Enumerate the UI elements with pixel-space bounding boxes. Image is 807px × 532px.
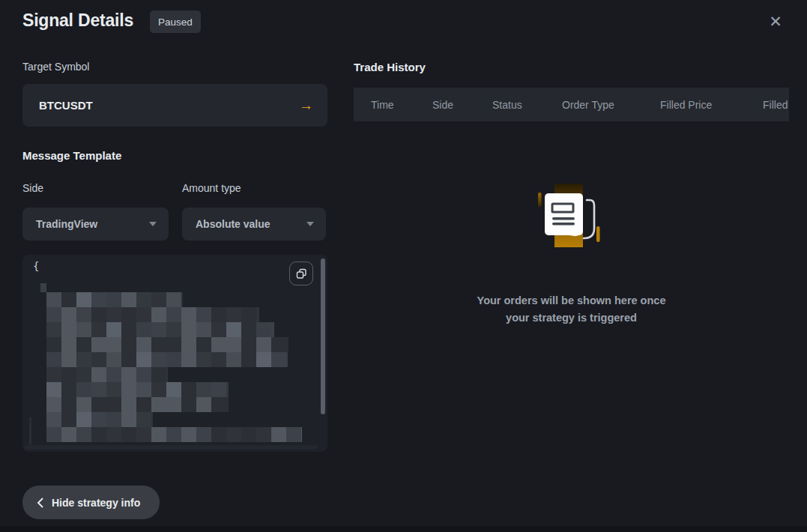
arrow-right-icon[interactable]: → xyxy=(299,97,313,114)
redacted-pixel xyxy=(271,352,286,367)
redacted-pixel xyxy=(106,427,121,442)
modal-bottom-edge xyxy=(0,526,807,532)
redacted-pixel xyxy=(61,292,76,307)
redacted-pixel xyxy=(61,397,76,412)
redacted-pixel xyxy=(151,412,153,427)
redacted-pixel xyxy=(256,427,271,442)
redacted-pixel xyxy=(226,382,229,397)
amber-dash-left xyxy=(538,193,542,207)
target-symbol-label: Target Symbol xyxy=(22,61,89,73)
redacted-code-lines xyxy=(46,292,302,442)
empty-orders-message-line1: Your orders will be shown here once xyxy=(354,292,789,309)
redacted-code-line xyxy=(46,427,302,442)
redacted-pixel xyxy=(196,337,211,352)
redacted-pixel xyxy=(121,367,136,382)
redacted-pixel xyxy=(76,427,91,442)
redacted-pixel xyxy=(121,307,136,322)
redacted-pixel xyxy=(121,352,136,367)
redacted-code-line xyxy=(46,307,259,322)
redacted-pixel xyxy=(166,427,181,442)
redacted-pixel xyxy=(121,382,136,397)
redacted-pixel xyxy=(61,412,76,427)
redacted-pixel xyxy=(136,367,151,382)
chevron-down-icon xyxy=(149,222,157,226)
redacted-pixel xyxy=(61,382,76,397)
redacted-pixel xyxy=(76,412,91,427)
redacted-pixel xyxy=(166,307,181,322)
redacted-code-line xyxy=(46,382,229,397)
copy-icon xyxy=(296,268,307,279)
status-badge: Paused xyxy=(150,10,201,33)
hide-strategy-info-button[interactable]: Hide strategy info xyxy=(22,486,160,519)
redacted-pixel xyxy=(121,427,136,442)
redacted-pixel xyxy=(76,397,91,412)
redacted-pixel xyxy=(121,397,136,412)
redacted-pixel xyxy=(181,307,196,322)
code-vertical-scrollbar[interactable] xyxy=(321,259,325,414)
redacted-pixel xyxy=(91,352,106,367)
chevron-left-icon xyxy=(37,498,43,508)
code-open-brace: { xyxy=(33,260,39,272)
redacted-pixel xyxy=(151,292,166,307)
redacted-pixel xyxy=(151,397,166,412)
message-template-code-block[interactable]: { xyxy=(22,255,327,452)
redacted-pixel xyxy=(136,322,151,337)
redacted-pixel xyxy=(166,397,181,412)
redacted-pixel xyxy=(46,307,61,322)
redacted-pixel xyxy=(181,397,196,412)
redacted-pixel xyxy=(301,427,302,442)
redacted-pixel xyxy=(226,322,241,337)
empty-orders-message: Your orders will be shown here once your… xyxy=(354,292,789,327)
document-text-line xyxy=(552,217,575,220)
target-symbol-field[interactable]: BTCUSDT → xyxy=(22,84,327,127)
redacted-pixel xyxy=(286,427,301,442)
redacted-pixel xyxy=(151,427,166,442)
redacted-pixel xyxy=(271,337,286,352)
redacted-pixel xyxy=(211,307,226,322)
redacted-pixel xyxy=(211,337,226,352)
redacted-pixel xyxy=(76,307,91,322)
redacted-pixel xyxy=(106,307,121,322)
close-button[interactable]: ✕ xyxy=(763,9,788,34)
side-dropdown-value: TradingView xyxy=(36,218,97,230)
redacted-code-line xyxy=(46,352,288,367)
redacted-pixel xyxy=(181,322,196,337)
redacted-pixel xyxy=(91,382,106,397)
redacted-pixel xyxy=(46,292,61,307)
redacted-pixel xyxy=(136,337,151,352)
redacted-pixel xyxy=(91,322,106,337)
empty-orders-illustration xyxy=(525,176,607,255)
side-label: Side xyxy=(22,182,43,194)
hook-stroke xyxy=(584,200,594,238)
redacted-pixel xyxy=(241,322,256,337)
redacted-pixel xyxy=(76,292,91,307)
redacted-pixel xyxy=(106,352,121,367)
side-dropdown[interactable]: TradingView xyxy=(22,208,169,241)
redacted-pixel xyxy=(61,367,76,382)
redacted-pixel xyxy=(136,427,151,442)
redacted-pixel xyxy=(151,322,166,337)
redacted-pixel xyxy=(106,382,121,397)
code-horizontal-scrollbar[interactable] xyxy=(24,445,318,450)
redacted-code-fragment xyxy=(40,283,46,292)
redacted-pixel xyxy=(61,352,76,367)
redacted-pixel xyxy=(46,352,61,367)
redacted-code-line xyxy=(46,412,153,427)
amount-type-dropdown[interactable]: Absolute value xyxy=(182,208,326,241)
redacted-pixel xyxy=(151,382,166,397)
redacted-pixel xyxy=(181,382,196,397)
redacted-code-line xyxy=(46,337,288,352)
copy-button[interactable] xyxy=(289,262,313,285)
redacted-pixel xyxy=(61,427,76,442)
redacted-pixel xyxy=(151,307,166,322)
redacted-pixel xyxy=(46,382,61,397)
redacted-pixel xyxy=(91,307,106,322)
target-symbol-value: BTCUSDT xyxy=(39,99,93,112)
redacted-pixel xyxy=(91,337,106,352)
redacted-pixel xyxy=(91,367,106,382)
redacted-code-line xyxy=(46,397,229,412)
status-badge-label: Paused xyxy=(158,16,193,28)
trade-history-header-row: TimeSideStatusOrder TypeFilled PriceFill… xyxy=(354,88,789,121)
redacted-pixel xyxy=(166,367,168,382)
redacted-pixel xyxy=(181,352,196,367)
